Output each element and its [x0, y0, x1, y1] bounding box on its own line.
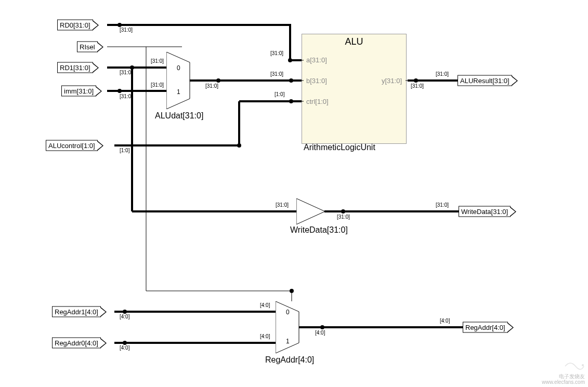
bus-alu-ctrl-in: [1:0]	[275, 91, 284, 97]
mux2-title: RegAddr[4:0]	[265, 355, 314, 365]
watermark: 电子发烧友 www.elecfans.com	[542, 359, 585, 385]
port-risel: RIsel	[77, 42, 98, 52]
joint-alu-y	[414, 78, 418, 83]
mux1-title: ALUdat[31:0]	[155, 111, 203, 121]
port-aluresult-label: ALUResult[31:0]	[460, 77, 509, 85]
joint-ra1	[123, 310, 127, 314]
mux2-in0: 0	[286, 309, 290, 316]
wire-rd0-1	[107, 24, 291, 26]
joint-wd-out	[341, 209, 345, 213]
port-regaddr0: RegAddr0[4:0]	[52, 338, 101, 349]
port-imm-label: imm[31:0]	[64, 87, 94, 95]
port-regaddr: RegAddr[4:0]	[463, 322, 508, 333]
bus-alu-b-in: [31:0]	[270, 71, 283, 77]
svg-marker-0	[166, 52, 190, 109]
alu-tick-ctrl	[299, 101, 304, 102]
alu-port-y: y[31:0]	[382, 77, 402, 85]
wire-rd0-2	[289, 25, 291, 61]
watermark-icon	[564, 359, 585, 373]
joint-mux2-out	[320, 325, 324, 329]
port-regaddr1: RegAddr1[4:0]	[52, 306, 101, 317]
wire-rd1	[107, 66, 166, 69]
wire-regaddr0	[114, 342, 276, 344]
bus-wd-right: [31:0]	[436, 202, 449, 208]
port-regaddr-label: RegAddr[4:0]	[465, 324, 505, 331]
bus-regaddr-right: [4:0]	[440, 318, 450, 324]
wire-risel-h	[107, 47, 146, 47]
wire-ctrl-v	[238, 101, 240, 145]
bus-ra1: [4:0]	[120, 314, 129, 319]
port-alucontrol-label: ALUcontrol[1:0]	[48, 142, 95, 150]
wire-imm	[107, 90, 166, 92]
bus-mux1-in0: [31:0]	[151, 58, 164, 64]
svg-point-3	[582, 364, 584, 366]
port-regaddr1-label: RegAddr1[4:0]	[55, 308, 98, 316]
mux1-in0: 0	[177, 64, 180, 72]
alu-title: ALU	[302, 36, 406, 47]
joint-imm	[117, 89, 122, 93]
alu-port-ctrl: ctrl[1:0]	[306, 98, 329, 105]
bus-mux2-in1: [4:0]	[260, 333, 270, 339]
port-risel-label: RIsel	[80, 43, 95, 51]
alu-port-a: a[31:0]	[306, 56, 327, 64]
port-writedata-label: WriteData[31:0]	[461, 208, 508, 216]
watermark-line1: 电子发烧友	[559, 373, 585, 379]
wire-mux1-out	[190, 79, 302, 82]
bus-wd-in: [31:0]	[276, 202, 289, 208]
alu-tick-a	[299, 60, 304, 61]
bus-alu-y-right: [31:0]	[436, 71, 449, 77]
watermark-line2: www.elecfans.com	[542, 379, 585, 385]
bus-wd-out: [31:0]	[337, 214, 350, 220]
alu-port-b: b[31:0]	[306, 77, 327, 85]
port-alucontrol: ALUcontrol[1:0]	[46, 140, 98, 151]
bus-mux2-in0: [4:0]	[260, 302, 270, 308]
wire-risel-mux1	[146, 47, 182, 47]
bus-rd0: [31:0]	[120, 27, 133, 33]
joint-ctrl-turn	[237, 143, 241, 148]
wire-regaddr1	[114, 311, 276, 313]
bus-alu-a-in: [31:0]	[270, 50, 283, 56]
port-aluresult: ALUResult[31:0]	[458, 75, 512, 86]
bus-mux1-out: [31:0]	[205, 83, 218, 89]
wire-ctrl-h	[114, 144, 239, 146]
svg-marker-1	[296, 198, 325, 224]
joint-risel-mux2	[290, 289, 294, 293]
mux1-in1: 1	[177, 88, 180, 96]
wire-writedata-run	[132, 210, 296, 212]
bus-aluctrl: [1:0]	[120, 148, 129, 153]
joint-ra0	[123, 341, 127, 345]
joint-alu-b	[289, 78, 293, 83]
wire-rd1-down	[131, 68, 133, 211]
alu-tick-b	[299, 81, 304, 81]
buf-writedata-title: WriteData[31:0]	[290, 225, 348, 235]
port-writedata: WriteData[31:0]	[459, 206, 511, 217]
joint-alu-ctrl	[289, 99, 293, 103]
bus-mux1-in1: [31:0]	[151, 82, 164, 88]
wire-risel-mux2	[146, 291, 292, 291]
schematic-canvas: RD0[31:0] RIsel RD1[31:0] imm[31:0] ALUc…	[0, 0, 588, 387]
port-imm: imm[31:0]	[61, 86, 96, 97]
alu-block: ALU a[31:0] b[31:0] ctrl[1:0] y[31:0]	[302, 34, 407, 144]
mux2-in1: 1	[286, 338, 290, 345]
bus-alu-y-left: [31:0]	[411, 83, 424, 89]
joint-rd0-turn	[288, 58, 292, 62]
port-rd0-label: RD0[31:0]	[60, 21, 90, 29]
bus-ra0: [4:0]	[120, 345, 129, 351]
joint-mux1-out	[216, 78, 220, 83]
port-rd1-label: RD1[31:0]	[60, 64, 90, 72]
joint-rd0-in	[117, 23, 122, 27]
port-regaddr0-label: RegAddr0[4:0]	[55, 339, 98, 347]
alu-subtitle: ArithmeticLogicUnit	[304, 143, 375, 152]
port-rd0: RD0[31:0]	[57, 20, 93, 31]
bus-mux2-out: [4:0]	[315, 330, 325, 336]
port-rd1: RD1[31:0]	[57, 62, 93, 73]
wire-risel-v	[146, 47, 147, 291]
